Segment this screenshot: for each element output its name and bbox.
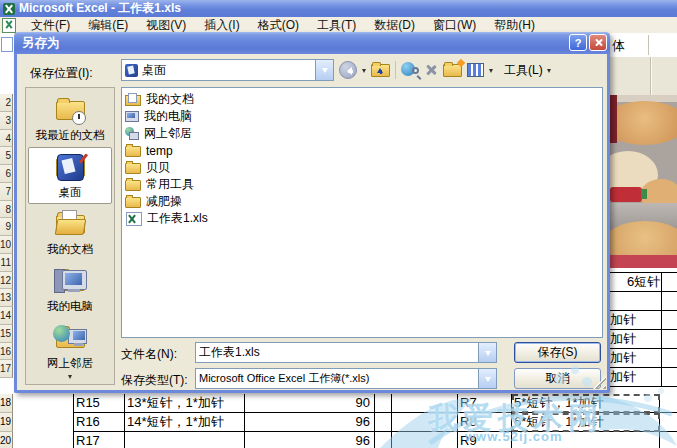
dialog-title-bar[interactable]: 另存为 ? <box>14 32 610 54</box>
row-header: 7 <box>0 183 13 201</box>
file-list-item[interactable]: 我的文档 <box>125 91 602 108</box>
chevron-down-icon <box>485 351 491 359</box>
save-button[interactable]: 保存(S) <box>514 342 601 363</box>
cell: 6短针 <box>610 273 677 292</box>
save-type-value: Microsoft Office Excel 工作簿(*.xls) <box>199 371 478 386</box>
cell <box>375 394 392 413</box>
close-icon <box>594 38 603 47</box>
close-button[interactable] <box>589 34 607 51</box>
worksheet-icon <box>2 18 16 33</box>
file-icon <box>125 146 141 157</box>
file-name-label: 文件名(N): <box>121 346 177 363</box>
dropdown-button[interactable] <box>478 369 496 388</box>
cell: *加针 <box>610 330 677 349</box>
file-list-item[interactable]: 贝贝 <box>125 159 602 176</box>
toolbar-remnant-right <box>610 57 677 96</box>
cell-count: 90 <box>245 394 375 413</box>
dropdown-button[interactable] <box>478 343 496 362</box>
cell <box>610 292 677 311</box>
search-web-icon[interactable] <box>401 61 419 79</box>
cell <box>375 413 392 432</box>
views-chevron-icon[interactable] <box>489 69 493 75</box>
file-list-item[interactable]: 我的电脑 <box>125 108 602 125</box>
cell-round-label: R9 <box>458 432 512 448</box>
file-label: 工作表1.xls <box>147 210 208 227</box>
cancel-button[interactable]: 取消 <box>514 368 601 389</box>
dropdown-button[interactable] <box>315 60 333 80</box>
row-header: 11 <box>0 254 13 272</box>
cell-round-label: R8 <box>458 413 512 432</box>
places-bar-item[interactable]: 我最近的文档 <box>28 90 112 147</box>
row-header: 13 <box>0 289 13 307</box>
cell <box>392 394 458 413</box>
new-document-icon <box>1 37 13 52</box>
file-label: 我的文档 <box>146 91 194 108</box>
cell-round-label: R17 <box>73 432 125 448</box>
file-list-item[interactable]: 工作表1.xls <box>125 210 602 227</box>
file-list-item[interactable]: 网上邻居 <box>125 125 602 142</box>
file-name-combobox[interactable]: 工作表1.xls <box>195 342 497 363</box>
row-header: 4 <box>0 130 13 148</box>
row-header: 18 <box>0 394 13 413</box>
table-row: 19 R16 14*短针，1*加针 96 R8 6*短针，1*加针 <box>0 413 677 432</box>
file-label: 常用工具 <box>146 176 194 193</box>
desktop-icon <box>125 64 138 77</box>
dialog-toolbar: 工具(L) <box>339 59 551 81</box>
places-bar-item[interactable]: 网上邻居 <box>28 318 112 375</box>
crochet-photo <box>610 95 677 268</box>
row-header: 2 <box>0 94 13 112</box>
cell-stitch-desc: 13*短针，1*加针 <box>125 394 245 413</box>
file-label: 减肥操 <box>146 193 182 210</box>
views-icon[interactable] <box>467 63 484 77</box>
row-header: 17 <box>0 360 13 378</box>
row-header: 15 <box>0 325 13 343</box>
save-in-combobox[interactable]: 桌面 <box>121 59 334 81</box>
tools-menu[interactable]: 工具(L) <box>504 62 551 79</box>
file-list-item[interactable]: 常用工具 <box>125 176 602 193</box>
place-icon <box>53 323 87 353</box>
cell-stitch-desc: 14*短针，1*加针 <box>125 413 245 432</box>
back-history-chevron-icon[interactable] <box>362 69 366 75</box>
help-button[interactable]: ? <box>569 34 587 51</box>
place-icon <box>53 266 87 296</box>
save-as-dialog: 另存为 ? 保存位置(I): 桌面 工具(L) <box>14 32 610 393</box>
row-header: 3 <box>0 112 13 130</box>
place-icon <box>53 209 87 239</box>
dialog-title: 另存为 <box>22 35 60 52</box>
file-list-item[interactable]: 减肥操 <box>125 193 602 210</box>
row-header: 10 <box>0 236 13 254</box>
cell <box>392 413 458 432</box>
file-icon <box>125 95 141 106</box>
font-name-box: 体 <box>610 33 677 57</box>
spreadsheet-bottom: 18 R15 13*短针，1*加针 90 R7 5*短针，1*加针 19 R16… <box>0 394 677 448</box>
places-bar-item[interactable]: 我的电脑 <box>28 261 112 318</box>
chevron-down-icon <box>547 69 551 75</box>
row-header: 12 <box>0 272 13 290</box>
places-bar-item[interactable]: 我的文档 <box>28 204 112 261</box>
up-one-level-icon[interactable] <box>371 64 390 77</box>
chevron-down-icon <box>322 68 328 76</box>
save-in-label: 保存位置(I): <box>30 65 93 82</box>
back-icon[interactable] <box>339 61 357 79</box>
right-cells: 6短针 *加针 *加针 *加针 *加针 <box>610 272 677 387</box>
spreadsheet-right-strip: 体 6短针 *加针 *加针 *加针 *加针 <box>610 33 677 394</box>
cell-round-label: R15 <box>73 394 125 413</box>
cell <box>375 432 392 448</box>
row-header: 16 <box>0 343 13 361</box>
excel-title-bar: Microsoft Excel - 工作表1.xls <box>0 0 677 17</box>
delete-icon[interactable] <box>424 63 438 77</box>
excel-logo-icon <box>3 3 15 15</box>
cell-stitch-desc <box>125 432 245 448</box>
file-name-value[interactable]: 工作表1.xls <box>199 344 478 361</box>
place-label: 我的电脑 <box>47 299 93 314</box>
cell <box>660 432 677 448</box>
new-folder-icon[interactable] <box>443 64 462 77</box>
window-title: Microsoft Excel - 工作表1.xls <box>19 0 181 17</box>
cell <box>660 394 677 413</box>
cell-count: 96 <box>245 413 375 432</box>
save-type-combobox[interactable]: Microsoft Office Excel 工作簿(*.xls) <box>195 368 497 389</box>
places-scroll-down-icon[interactable] <box>26 371 114 381</box>
file-list-item[interactable]: temp <box>125 142 602 159</box>
places-bar-item[interactable]: 桌面 <box>28 147 112 204</box>
separator <box>395 61 396 79</box>
